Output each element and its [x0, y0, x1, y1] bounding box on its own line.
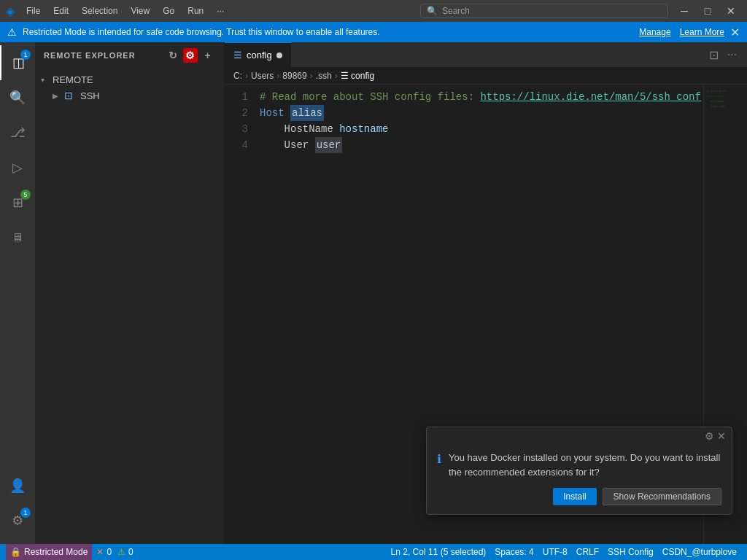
cursor-position[interactable]: Ln 2, Col 11 (5 selected)	[387, 544, 491, 560]
learn-more-link[interactable]: Learn More	[680, 27, 724, 37]
docker-popup-header: ⚙ ✕	[427, 427, 732, 445]
status-bar: 🔒 Restricted Mode ✕ 0 ⚠ 0 Ln 2, Col 11 (…	[0, 544, 747, 560]
breadcrumb-89869[interactable]: 89869	[282, 71, 306, 81]
menu-view[interactable]: View	[125, 4, 155, 18]
tree-remote-section[interactable]: ▾ REMOTE	[35, 71, 224, 88]
language-text: SSH Config	[608, 547, 654, 557]
tab-config[interactable]: ☰ config	[225, 42, 292, 68]
docker-popup-close-button[interactable]: ✕	[717, 430, 726, 442]
error-count: 0	[107, 547, 112, 557]
encoding-indicator[interactable]: UTF-8	[538, 544, 572, 560]
show-recommendations-button[interactable]: Show Recommendations	[603, 488, 721, 505]
sidebar: REMOTE EXPLORER ↻ ⚙ + ▾ REMOTE ▶ ⊡ SSH	[35, 42, 225, 544]
activity-bottom: 👤 ⚙ 1	[0, 468, 35, 544]
warning-icon: ⚠	[7, 26, 17, 38]
user-info[interactable]: CSDN_@turbplove	[658, 544, 741, 560]
sidebar-item-source-control[interactable]: ⎇	[0, 115, 35, 150]
menu-run[interactable]: Run	[182, 4, 209, 18]
code-line-3: HostName hostname	[260, 121, 703, 137]
tree-ssh-item[interactable]: ▶ ⊡ SSH	[35, 88, 224, 104]
run-debug-icon: ▷	[12, 160, 23, 176]
close-button[interactable]: ✕	[721, 4, 741, 18]
indentation-indicator[interactable]: Spaces: 4	[490, 544, 538, 560]
warning-icon: ⚠	[117, 547, 125, 557]
menu-more[interactable]: ···	[211, 4, 230, 18]
user-text: CSDN_@turbplove	[662, 547, 737, 557]
sidebar-item-remote[interactable]: 🖥	[0, 220, 35, 255]
breadcrumb-users[interactable]: Users	[251, 71, 274, 81]
ssh-icon: ⊡	[64, 90, 77, 101]
add-ssh-button[interactable]: +	[201, 48, 215, 63]
manage-link[interactable]: Manage	[639, 27, 670, 37]
settings-badge: 1	[20, 508, 31, 518]
menu-edit[interactable]: Edit	[47, 4, 74, 18]
docker-popup-actions: Install Show Recommendations	[427, 488, 732, 514]
menu-bar: File Edit Selection View Go Run ···	[20, 4, 414, 18]
window-controls: ─ □ ✕	[674, 4, 741, 18]
notification-bar: ⚠ Restricted Mode is intended for safe c…	[0, 22, 747, 42]
search-bar[interactable]: 🔍 Search	[420, 4, 668, 18]
line-num-1: 1	[225, 89, 248, 105]
breadcrumb-c[interactable]: C:	[233, 71, 242, 81]
restricted-mode-label: Restricted Mode	[24, 547, 88, 557]
sidebar-actions: ↻ ⚙ +	[166, 48, 215, 63]
encoding-text: UTF-8	[543, 547, 568, 557]
account-button[interactable]: 👤	[0, 468, 35, 503]
main-layout: ◫ 1 🔍 ⎇ ▷ ⊞ 5 🖥 👤 ⚙ 1	[0, 42, 747, 544]
tab-bar: ☰ config ⊡ ···	[225, 42, 747, 68]
restricted-mode-indicator[interactable]: 🔒 Restricted Mode	[6, 544, 92, 560]
breadcrumb-ssh[interactable]: .ssh	[316, 71, 332, 81]
language-indicator[interactable]: SSH Config	[603, 544, 658, 560]
line-ending-indicator[interactable]: CRLF	[572, 544, 603, 560]
error-icon: ✕	[96, 547, 104, 557]
editor-area: ☰ config ⊡ ··· C: › Users › 89869 › .ssh…	[225, 42, 747, 544]
docker-popup: ⚙ ✕ ℹ You have Docker installed on your …	[426, 427, 732, 515]
extensions-badge: 5	[20, 190, 31, 200]
sidebar-item-extensions[interactable]: ⊞ 5	[0, 185, 35, 220]
docker-popup-body: ℹ You have Docker installed on your syst…	[427, 445, 732, 488]
title-bar: ◈ File Edit Selection View Go Run ··· 🔍 …	[0, 0, 747, 22]
line-num-2: 2	[225, 105, 248, 121]
tab-icon: ☰	[233, 50, 242, 61]
ssh-expand-arrow: ▶	[53, 92, 64, 100]
sidebar-header: REMOTE EXPLORER ↻ ⚙ +	[35, 42, 224, 69]
menu-file[interactable]: File	[20, 4, 46, 18]
docker-popup-settings-icon[interactable]: ⚙	[705, 430, 714, 442]
vscode-logo: ◈	[6, 4, 15, 18]
configure-ssh-button[interactable]: ⚙	[183, 48, 198, 63]
errors-indicator[interactable]: ✕ 0 ⚠ 0	[92, 544, 137, 560]
remote-tree: ▾ REMOTE ▶ ⊡ SSH	[35, 69, 224, 106]
search-icon: 🔍	[9, 90, 26, 106]
breadcrumb-config[interactable]: ☰ config	[341, 71, 374, 81]
spaces-text: Spaces: 4	[495, 547, 533, 557]
maximize-button[interactable]: □	[697, 4, 718, 18]
menu-selection[interactable]: Selection	[76, 4, 123, 18]
code-line-1: # Read more about SSH config files: http…	[260, 89, 703, 105]
install-button[interactable]: Install	[553, 488, 596, 505]
sidebar-item-remote-explorer[interactable]: ◫ 1	[0, 45, 35, 80]
sidebar-item-search[interactable]: 🔍	[0, 80, 35, 115]
menu-go[interactable]: Go	[157, 4, 180, 18]
line-num-3: 3	[225, 121, 248, 137]
position-text: Ln 2, Col 11 (5 selected)	[391, 547, 487, 557]
sidebar-item-run-debug[interactable]: ▷	[0, 150, 35, 185]
breadcrumb: C: › Users › 89869 › .ssh › ☰ config	[225, 68, 747, 85]
warning-count: 0	[128, 547, 133, 557]
notif-close-button[interactable]: ✕	[730, 26, 740, 39]
code-line-2: Host alias	[260, 105, 703, 121]
minimize-button[interactable]: ─	[674, 4, 694, 18]
collapse-arrow: ▾	[41, 76, 53, 84]
more-actions-button[interactable]: ···	[723, 48, 741, 61]
split-editor-button[interactable]: ⊡	[705, 48, 723, 62]
remote-icon: 🖥	[12, 231, 23, 244]
account-icon: 👤	[9, 478, 26, 494]
lock-icon: 🔒	[10, 547, 21, 557]
remote-section-label: REMOTE	[53, 74, 93, 85]
line-numbers: 1 2 3 4	[225, 85, 254, 544]
search-icon: 🔍	[427, 6, 438, 16]
settings-button[interactable]: ⚙ 1	[0, 503, 35, 538]
refresh-button[interactable]: ↻	[166, 48, 180, 63]
status-left: 🔒 Restricted Mode ✕ 0 ⚠ 0	[6, 544, 138, 560]
activity-bar: ◫ 1 🔍 ⎇ ▷ ⊞ 5 🖥 👤 ⚙ 1	[0, 42, 35, 544]
notif-text: Restricted Mode is intended for safe cod…	[23, 27, 630, 37]
